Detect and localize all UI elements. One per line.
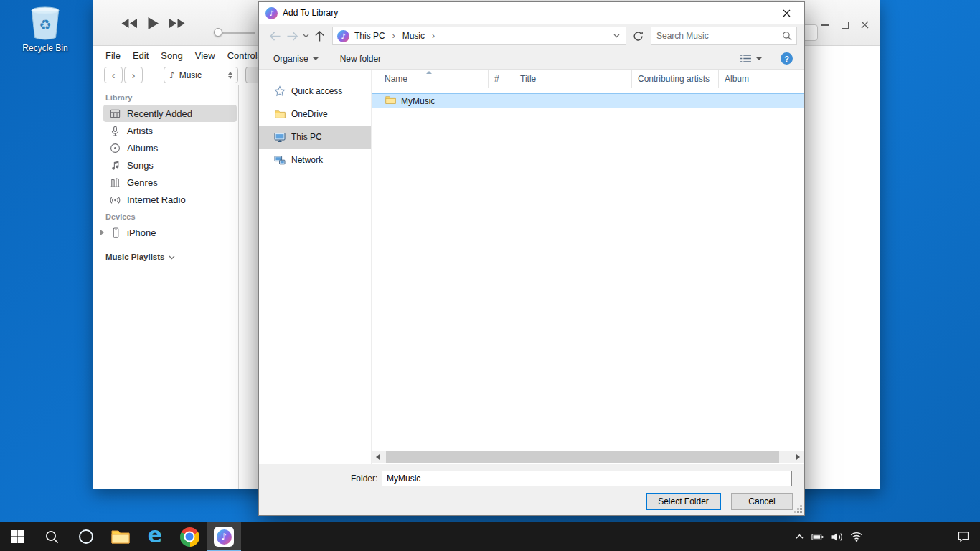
address-dropdown-button[interactable] <box>611 34 623 38</box>
search-input[interactable] <box>651 31 782 41</box>
menu-file[interactable]: File <box>105 50 121 61</box>
music-note-glyph: ♪ <box>341 32 345 40</box>
rewind-button[interactable] <box>121 18 138 32</box>
dialog-footer: Folder: Select Folder Cancel <box>259 464 804 515</box>
volume-slider[interactable] <box>215 32 255 34</box>
transport-controls <box>121 17 186 33</box>
file-row-mymusic[interactable]: MyMusic <box>372 93 804 108</box>
new-folder-button[interactable]: New folder <box>340 54 381 64</box>
recycle-bin-label: Recycle Bin <box>22 43 67 53</box>
windows-logo-icon <box>10 529 24 544</box>
recently-added-icon <box>109 108 121 119</box>
sidebar-item-albums[interactable]: Albums <box>103 139 237 156</box>
nav-item-onedrive[interactable]: OneDrive <box>259 103 371 126</box>
edge-button[interactable]: e <box>138 522 172 551</box>
sidebar-item-artists[interactable]: Artists <box>103 122 237 139</box>
scroll-right-button[interactable] <box>792 451 804 463</box>
column-headers: Name # Title Contributing artists Album <box>372 70 804 88</box>
sidebar-item-songs[interactable]: Songs <box>103 156 237 174</box>
refresh-button[interactable] <box>629 27 646 44</box>
nav-item-network[interactable]: Network <box>259 149 371 171</box>
search-box <box>651 27 797 45</box>
disclosure-chevron-icon[interactable] <box>100 230 104 235</box>
help-button[interactable]: ? <box>781 52 793 65</box>
file-explorer-button[interactable] <box>103 522 138 551</box>
select-folder-button[interactable]: Select Folder <box>646 493 721 510</box>
chevron-right-icon: › <box>430 31 437 41</box>
menu-controls[interactable]: Controls <box>227 50 262 61</box>
start-button[interactable] <box>0 522 34 551</box>
column-header-name[interactable]: Name <box>372 70 489 88</box>
itunes-icon: ♪ <box>214 527 234 547</box>
sidebar-item-genres[interactable]: Genres <box>103 174 237 191</box>
location-icon: ♪ <box>337 30 349 42</box>
nav-back-button[interactable] <box>266 27 283 44</box>
dialog-close-button[interactable] <box>775 4 798 22</box>
resize-grip[interactable] <box>800 511 802 513</box>
action-center-button[interactable] <box>947 522 980 551</box>
media-kind-selector[interactable]: ♪ Music <box>164 67 238 83</box>
cortana-button[interactable] <box>69 522 103 551</box>
breadcrumb-music[interactable]: Music <box>399 29 428 43</box>
volume-knob[interactable] <box>214 28 222 37</box>
itunes-back-button[interactable]: ‹ <box>104 67 123 83</box>
taskbar-search-button[interactable] <box>34 522 69 551</box>
nav-up-button[interactable] <box>311 27 328 44</box>
address-bar[interactable]: ♪ This PC › Music › <box>332 27 626 45</box>
sidebar-item-internet-radio[interactable]: Internet Radio <box>103 191 237 208</box>
column-header-album[interactable]: Album <box>719 70 804 88</box>
music-playlists-header[interactable]: Music Playlists <box>105 253 238 261</box>
recycle-bin-icon: ♻ <box>29 5 62 41</box>
search-icon[interactable] <box>782 31 792 41</box>
desktop: ♻ Recycle Bin File Edit Song View Contro <box>0 0 980 551</box>
horizontal-scrollbar[interactable] <box>372 451 804 463</box>
menu-edit[interactable]: Edit <box>133 50 149 61</box>
battery-icon[interactable] <box>811 533 824 541</box>
menu-song[interactable]: Song <box>161 50 182 61</box>
dialog-title: Add To Library <box>283 8 770 18</box>
itunes-forward-button[interactable]: › <box>124 67 143 83</box>
sidebar-item-label: Albums <box>127 143 158 154</box>
column-header-contributing-artists[interactable]: Contributing artists <box>632 70 719 88</box>
recent-locations-dropdown[interactable] <box>301 27 311 44</box>
wifi-icon[interactable] <box>850 532 863 542</box>
scrollbar-track[interactable] <box>384 451 792 463</box>
cancel-button[interactable]: Cancel <box>731 493 793 510</box>
volume-icon[interactable] <box>831 532 843 542</box>
file-list: Name # Title Contributing artists Album … <box>372 70 804 464</box>
devices-section-header: Devices <box>93 208 238 224</box>
folder-name-input[interactable] <box>382 471 792 486</box>
column-header-title[interactable]: Title <box>514 70 632 88</box>
view-mode-button[interactable] <box>740 54 762 63</box>
chrome-button[interactable] <box>172 522 207 551</box>
nav-forward-button[interactable] <box>283 27 301 44</box>
itunes-taskbar-button[interactable]: ♪ <box>207 522 241 551</box>
broadcast-icon <box>109 194 121 205</box>
menu-view[interactable]: View <box>195 50 215 61</box>
column-header-number[interactable]: # <box>489 70 514 88</box>
genres-icon <box>109 177 121 188</box>
play-button[interactable] <box>147 17 159 33</box>
nav-item-this-pc[interactable]: This PC <box>259 126 371 149</box>
scrollbar-thumb[interactable] <box>386 451 779 463</box>
system-tray <box>795 522 863 551</box>
music-note-icon: ♪ <box>169 70 175 80</box>
album-disc-icon <box>109 143 121 154</box>
fast-forward-button[interactable] <box>169 18 186 32</box>
folder-icon <box>385 95 396 107</box>
sidebar-item-label: Songs <box>127 160 154 171</box>
organise-button[interactable]: Organise <box>273 54 319 64</box>
maximize-button[interactable] <box>842 22 849 29</box>
breadcrumb-this-pc[interactable]: This PC <box>351 29 389 43</box>
microphone-icon <box>109 126 121 136</box>
close-button[interactable] <box>861 19 869 32</box>
sidebar-item-iphone[interactable]: iPhone <box>100 224 238 241</box>
dialog-titlebar[interactable]: ♪ Add To Library <box>259 2 804 24</box>
recycle-bin[interactable]: ♻ Recycle Bin <box>17 5 73 53</box>
hidden-icons-chevron[interactable] <box>795 534 804 540</box>
sidebar-item-recently-added[interactable]: Recently Added <box>103 105 237 122</box>
taskbar: e ♪ <box>0 522 980 551</box>
nav-item-quick-access[interactable]: Quick access <box>259 80 371 103</box>
scroll-left-button[interactable] <box>372 451 384 463</box>
minimize-button[interactable] <box>821 24 829 26</box>
